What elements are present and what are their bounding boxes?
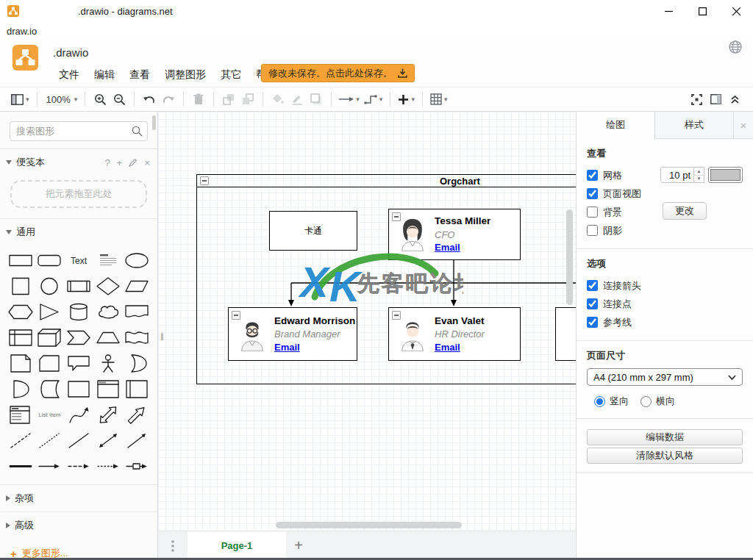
collapse-icon[interactable]: [392, 311, 401, 320]
shape-and[interactable]: [6, 377, 35, 401]
shape-card[interactable]: [35, 351, 65, 376]
shape-process[interactable]: [64, 274, 93, 298]
shape-curve[interactable]: [64, 403, 93, 427]
menu-edit[interactable]: 编辑: [87, 65, 122, 85]
diagram-canvas[interactable]: ∥ Orgchart 卡通 Tessa Miller CFO: [158, 112, 576, 531]
shape-horizontal-container[interactable]: [122, 377, 151, 401]
shape-actor[interactable]: [93, 351, 123, 376]
section-advanced-header[interactable]: 高级: [0, 512, 157, 539]
add-page-button[interactable]: +: [286, 531, 311, 560]
line-color-button[interactable]: [288, 90, 307, 109]
paper-size-select[interactable]: A4 (210 mm x 297 mm): [587, 368, 743, 386]
grid-checkbox[interactable]: [587, 170, 598, 181]
shape-vertical-container[interactable]: [93, 377, 123, 401]
scratchpad-edit-icon[interactable]: [129, 158, 138, 167]
landscape-radio[interactable]: [640, 396, 652, 407]
guides-checkbox[interactable]: [587, 317, 598, 328]
menu-arrange[interactable]: 调整图形: [157, 65, 213, 85]
sidebar-splitter-handle[interactable]: ∥: [160, 332, 165, 340]
shape-horizontal-line[interactable]: [6, 454, 35, 478]
menu-drawio[interactable]: draw.io: [0, 26, 43, 37]
shadow-checkbox[interactable]: [587, 225, 598, 236]
collapse-toolbar-button[interactable]: [725, 90, 744, 109]
page-tab[interactable]: Page-1: [188, 531, 286, 560]
pages-menu-button[interactable]: [158, 531, 188, 560]
shape-dotted-arrow[interactable]: [93, 454, 123, 478]
shape-text[interactable]: Text: [64, 248, 93, 273]
orgchart-node-evan[interactable]: Evan Valet HR Director Email: [388, 307, 521, 361]
shape-line[interactable]: [64, 428, 93, 453]
language-globe-icon[interactable]: [728, 40, 743, 54]
email-link[interactable]: Email: [435, 341, 485, 354]
unsaved-changes-save-button[interactable]: 修改未保存。点击此处保存。: [261, 64, 415, 82]
clear-default-style-button[interactable]: 清除默认风格: [587, 448, 743, 464]
menu-extras[interactable]: 其它: [213, 65, 249, 85]
tab-diagram[interactable]: 绘图: [577, 112, 655, 139]
shape-cube[interactable]: [35, 326, 65, 350]
fill-color-button[interactable]: [268, 90, 288, 109]
grid-size-stepper[interactable]: ▲▼: [694, 167, 704, 183]
tab-style[interactable]: 样式: [655, 112, 734, 138]
shape-diamond[interactable]: [93, 274, 123, 298]
section-general-header[interactable]: 通用: [0, 219, 157, 245]
shape-step[interactable]: [64, 326, 93, 350]
stepper-up-icon[interactable]: ▲: [694, 168, 704, 176]
redo-button[interactable]: [159, 90, 178, 109]
shape-directional-connector[interactable]: [122, 428, 151, 453]
insert-button[interactable]: ▾: [396, 90, 417, 109]
shape-ellipse[interactable]: [122, 248, 151, 273]
shape-note[interactable]: [6, 351, 35, 376]
shape-square[interactable]: [6, 274, 35, 298]
to-front-button[interactable]: [219, 90, 238, 109]
shape-textbox[interactable]: [93, 248, 123, 273]
shape-bidirectional-connector[interactable]: [93, 428, 123, 453]
fullscreen-button[interactable]: [687, 90, 706, 109]
menu-view[interactable]: 查看: [122, 65, 157, 85]
shape-list-item[interactable]: List Item: [35, 403, 65, 427]
shape-link[interactable]: [122, 454, 151, 478]
shape-bidirectional-arrow[interactable]: [93, 403, 123, 427]
table-button[interactable]: ▾: [428, 90, 450, 109]
grid-color-swatch[interactable]: [708, 167, 743, 183]
canvas-horizontal-scrollbar[interactable]: [276, 522, 462, 528]
shape-callout[interactable]: [64, 351, 93, 376]
format-panel-toggle-button[interactable]: [706, 90, 725, 109]
email-link[interactable]: Email: [435, 241, 490, 254]
zoom-level-button[interactable]: 100%▾: [43, 90, 80, 109]
zoom-out-button[interactable]: [110, 90, 129, 109]
zoom-in-button[interactable]: [90, 90, 110, 109]
shape-dashed-line[interactable]: [6, 428, 35, 453]
scratchpad-close-icon[interactable]: ×: [144, 157, 150, 168]
maximize-button[interactable]: [685, 0, 719, 22]
shape-circle[interactable]: [35, 274, 65, 298]
shape-hexagon[interactable]: [6, 300, 35, 324]
collapse-icon[interactable]: [232, 311, 240, 320]
edit-data-button[interactable]: 编辑数据: [587, 429, 743, 445]
more-shapes-button[interactable]: + 更多图形...: [0, 539, 157, 560]
section-misc-header[interactable]: 杂项: [0, 485, 157, 511]
shape-or[interactable]: [122, 351, 151, 376]
shape-container[interactable]: [64, 377, 93, 401]
shape-cylinder[interactable]: [64, 300, 93, 324]
portrait-radio[interactable]: [594, 396, 605, 407]
orgchart-node-edward[interactable]: Edward Morrison Brand Manager Email: [228, 307, 357, 361]
shape-tape[interactable]: [122, 326, 151, 350]
canvas-vertical-scrollbar[interactable]: [566, 209, 573, 305]
delete-button[interactable]: [189, 90, 208, 109]
sidebar-scrollbar[interactable]: [152, 115, 156, 130]
orgchart-node-partial[interactable]: [555, 307, 576, 361]
connection-arrows-checkbox[interactable]: [587, 280, 598, 291]
scratchpad-add-icon[interactable]: +: [117, 157, 123, 168]
orgchart-node-plain[interactable]: 卡通: [269, 211, 357, 251]
orgchart-node-tessa[interactable]: Tessa Miller CFO Email: [388, 209, 521, 260]
minimize-button[interactable]: [652, 0, 685, 22]
shape-trapezoid[interactable]: [93, 326, 123, 350]
waypoint-style-button[interactable]: ▾: [362, 90, 385, 109]
to-back-button[interactable]: [238, 90, 257, 109]
shape-dashed-arrow[interactable]: [64, 454, 93, 478]
view-panels-button[interactable]: ▾: [9, 90, 32, 109]
format-panel-close-icon[interactable]: ×: [734, 112, 753, 138]
shape-simple-arrow[interactable]: [35, 454, 65, 478]
background-checkbox[interactable]: [587, 207, 598, 218]
collapse-icon[interactable]: [392, 212, 401, 221]
